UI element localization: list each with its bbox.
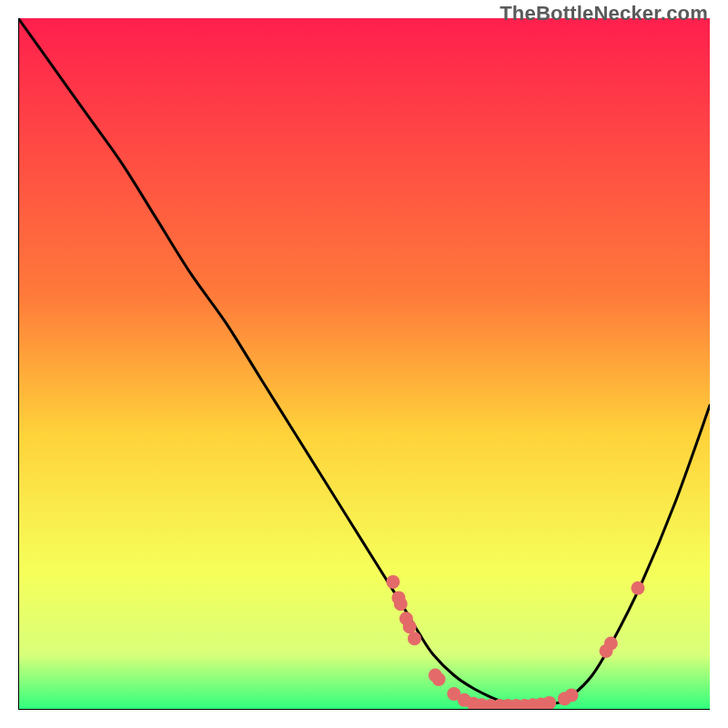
data-marker: [631, 581, 644, 595]
watermark-text: TheBottleNecker.com: [500, 2, 708, 25]
data-marker: [403, 620, 417, 633]
chart-frame: TheBottleNecker.com: [0, 0, 728, 728]
data-marker: [432, 672, 446, 686]
data-marker: [542, 696, 556, 710]
data-marker: [604, 637, 618, 651]
data-marker: [394, 597, 408, 611]
gradient-background: [18, 18, 710, 710]
data-marker: [565, 689, 579, 703]
data-marker: [408, 632, 421, 645]
data-marker: [386, 575, 399, 589]
bottleneck-chart: [18, 18, 710, 710]
